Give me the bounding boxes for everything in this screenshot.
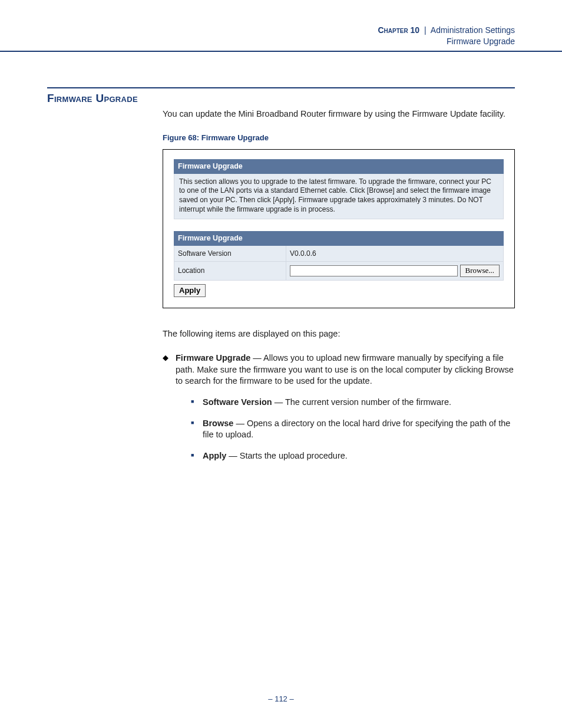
software-version-label: Software Version [174,246,286,262]
item-text: — Opens a directory on the local hard dr… [203,419,510,440]
list-item: Software Version — The current version n… [191,397,515,409]
item-term: Firmware Upgrade [176,353,250,363]
figure-screenshot: Firmware Upgrade This section allows you… [163,149,515,308]
screenshot-panel1-text: This section allows you to upgrade to th… [174,174,504,219]
following-intro: The following items are displayed on thi… [163,328,515,340]
header-subtitle: Firmware Upgrade [47,36,515,47]
section-rule [47,87,515,88]
table-row: Location Browse... [174,262,504,280]
bullet-list: Firmware Upgrade — Allows you to upload … [163,353,515,462]
item-term: Apply [203,451,226,460]
table-row: Software Version V0.0.0.6 [174,246,504,262]
screenshot-panel2-header: Firmware Upgrade [174,232,504,246]
sub-bullet-list: Software Version — The current version n… [191,397,515,462]
location-input[interactable] [290,265,457,276]
item-term: Browse [203,419,233,428]
intro-paragraph: You can update the Mini Broadband Router… [163,108,515,120]
page-header: Chapter 10 | Administration Settings Fir… [0,0,562,52]
page-number: – 112 – [0,694,562,703]
screenshot-panel1-header: Firmware Upgrade [174,159,504,174]
software-version-value: V0.0.0.6 [286,246,504,262]
list-item: Apply — Starts the upload procedure. [191,450,515,462]
figure-caption: Figure 68: Firmware Upgrade [163,133,515,143]
list-item: Firmware Upgrade — Allows you to upload … [163,353,515,462]
item-text: — The current version number of the firm… [272,397,451,407]
item-text: — Starts the upload procedure. [226,451,348,460]
list-item: Browse — Opens a directory on the local … [191,418,515,441]
firmware-table: Firmware Upgrade Software Version V0.0.0… [174,231,504,280]
browse-button[interactable]: Browse... [460,265,500,276]
header-separator: | [422,25,429,35]
apply-button[interactable]: Apply [174,284,206,297]
chapter-label: Chapter 10 [378,25,419,35]
chapter-title: Administration Settings [431,25,515,35]
item-term: Software Version [203,397,272,407]
location-label: Location [174,262,286,280]
section-title: Firmware Upgrade [47,92,515,105]
